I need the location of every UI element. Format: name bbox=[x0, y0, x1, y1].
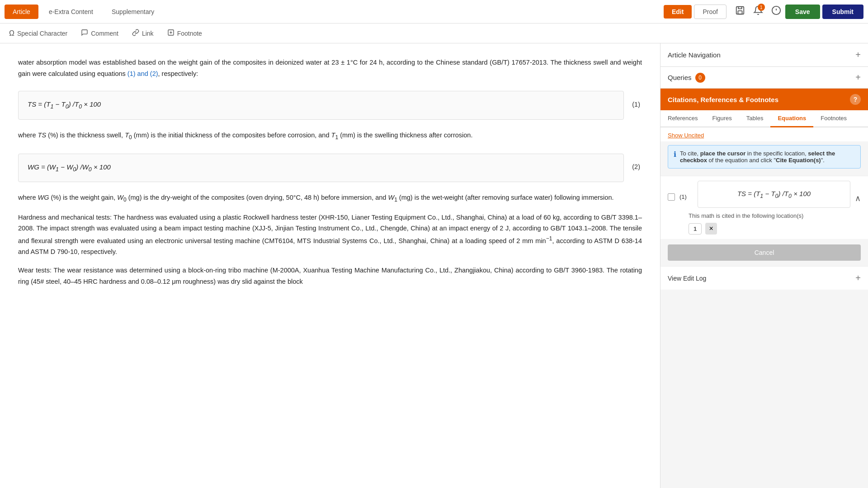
paragraph-wear: Wear tests: The wear resistance was dete… bbox=[18, 265, 642, 287]
view-edit-log-section[interactable]: View Edit Log + bbox=[660, 266, 868, 290]
article-navigation-section: Article Navigation + bbox=[660, 43, 868, 67]
info-box: ℹ To cite, place the cursor in the speci… bbox=[668, 145, 861, 169]
queries-header[interactable]: Queries 0 + bbox=[660, 67, 868, 89]
save-button[interactable]: Save bbox=[785, 5, 820, 19]
comment-icon bbox=[81, 29, 88, 38]
footnote-tool[interactable]: Footnote bbox=[167, 29, 202, 38]
info-text: To cite, place the cursor in the specifi… bbox=[680, 150, 855, 164]
edit-button[interactable]: Edit bbox=[664, 5, 692, 19]
top-bar: Article e-Extra Content Supplementary Ed… bbox=[0, 0, 868, 23]
paragraph-hardness: Hardness and mechanical tests: The hardn… bbox=[18, 212, 642, 258]
comment-tool[interactable]: Comment bbox=[81, 29, 118, 38]
article-navigation-label: Article Navigation bbox=[668, 51, 721, 59]
equation-1-row: TS = (T1 − T0) /T0 × 100 (1) bbox=[18, 86, 642, 122]
toolbar: Ω Special Character Comment Link Footnot… bbox=[0, 23, 868, 43]
view-edit-log-expand-icon: + bbox=[855, 273, 861, 283]
link-label: Link bbox=[142, 30, 154, 37]
article-navigation-header[interactable]: Article Navigation + bbox=[660, 43, 868, 66]
equation-cited-locations: 1 × bbox=[689, 223, 861, 235]
citations-panel-header: Citations, References & Footnotes ? bbox=[660, 89, 868, 110]
notification-icon-btn[interactable]: 1 bbox=[751, 4, 765, 19]
cancel-button[interactable]: Cancel bbox=[668, 244, 861, 261]
info-icon-btn[interactable] bbox=[769, 4, 783, 19]
panel-tabs: References Figures Tables Equations Foot… bbox=[660, 110, 868, 127]
queries-label: Queries bbox=[668, 74, 692, 81]
save-document-icon-btn[interactable] bbox=[733, 4, 747, 19]
notification-badge: 1 bbox=[758, 4, 765, 11]
show-uncited-link[interactable]: Show Uncited bbox=[660, 127, 868, 141]
location-remove-button[interactable]: × bbox=[705, 223, 717, 235]
link-tool[interactable]: Link bbox=[132, 29, 154, 38]
tab-tables[interactable]: Tables bbox=[739, 110, 771, 127]
equation-1-formula-box: TS = (T1 − T0) /T0 × 100 bbox=[698, 181, 850, 208]
equation-1-formula: TS = (T1 − T0) /T0 × 100 bbox=[737, 190, 811, 199]
tab-extra-content[interactable]: e-Extra Content bbox=[41, 5, 101, 19]
view-edit-log-label: View Edit Log bbox=[668, 275, 706, 282]
queries-expand-icon: + bbox=[855, 72, 861, 83]
right-panel: Article Navigation + Queries 0 + Citatio… bbox=[660, 43, 868, 488]
special-char-icon: Ω bbox=[9, 29, 14, 38]
main-area: water absorption model was established b… bbox=[0, 43, 868, 488]
equation-item-1-row: (1) TS = (T1 − T0) /T0 × 100 ∧ bbox=[660, 176, 868, 212]
equation-2-box: WG = (W1 − W0) /W0 × 100 bbox=[18, 154, 624, 182]
equation-1-text: TS = (T1 − T0) /T0 × 100 bbox=[28, 100, 101, 108]
queries-badge: 0 bbox=[695, 73, 705, 83]
link-icon bbox=[132, 29, 139, 38]
submit-button[interactable]: Submit bbox=[822, 5, 863, 19]
comment-label: Comment bbox=[91, 30, 118, 37]
tab-article[interactable]: Article bbox=[5, 5, 38, 19]
tab-supplementary[interactable]: Supplementary bbox=[104, 5, 162, 19]
equation-1-number: (1) bbox=[624, 99, 642, 110]
cite-link-1-2[interactable]: (1) and (2) bbox=[127, 70, 158, 77]
info-icon: ℹ bbox=[674, 150, 676, 164]
paragraph-eq2-desc: where WG (%) is the weight gain, W0 (mg)… bbox=[18, 192, 642, 204]
article-content: water absorption model was established b… bbox=[0, 43, 660, 488]
citations-label: Citations, References & Footnotes bbox=[668, 96, 778, 103]
equation-1-label: (1) bbox=[679, 193, 693, 200]
footnote-icon bbox=[167, 29, 175, 38]
equation-2-text: WG = (W1 − W0) /W0 × 100 bbox=[28, 163, 111, 171]
equation-1-box: TS = (T1 − T0) /T0 × 100 bbox=[18, 91, 624, 119]
footnote-label: Footnote bbox=[177, 30, 202, 37]
article-navigation-expand-icon: + bbox=[855, 50, 861, 60]
special-char-tool[interactable]: Ω Special Character bbox=[9, 29, 67, 38]
tab-equations[interactable]: Equations bbox=[770, 110, 813, 127]
tab-references[interactable]: References bbox=[660, 110, 705, 127]
tab-figures[interactable]: Figures bbox=[705, 110, 739, 127]
equation-item-1: (1) TS = (T1 − T0) /T0 × 100 ∧ This math… bbox=[660, 176, 868, 239]
header-icons: 1 bbox=[733, 4, 783, 19]
location-badge-1: 1 bbox=[689, 223, 702, 235]
paragraph-eq1-desc: where TS (%) is the thickness swell, T0 … bbox=[18, 130, 642, 142]
tab-footnotes[interactable]: Footnotes bbox=[813, 110, 854, 127]
cited-locations-text: This math is cited in the following loca… bbox=[689, 212, 803, 219]
equation-1-collapse-icon[interactable]: ∧ bbox=[855, 193, 861, 203]
proof-button[interactable]: Proof bbox=[694, 5, 726, 19]
svg-rect-1 bbox=[738, 11, 742, 14]
citations-help-icon[interactable]: ? bbox=[850, 94, 861, 105]
special-char-label: Special Character bbox=[17, 30, 67, 37]
paragraph-intro: water absorption model was established b… bbox=[18, 57, 642, 79]
equation-1-cited-info: This math is cited in the following loca… bbox=[660, 212, 868, 239]
equation-2-row: WG = (W1 − W0) /W0 × 100 (2) bbox=[18, 149, 642, 185]
equation-1-checkbox[interactable] bbox=[668, 193, 675, 201]
equation-2-number: (2) bbox=[624, 161, 642, 173]
